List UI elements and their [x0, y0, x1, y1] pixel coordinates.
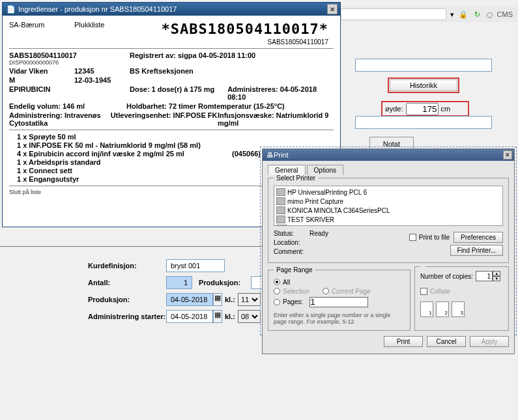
spinner-down-icon[interactable]: ▼ — [493, 276, 500, 281]
antall-input[interactable] — [166, 276, 192, 289]
apply-button: Apply — [470, 336, 509, 347]
preferences-button[interactable]: Preferences — [453, 232, 503, 243]
tab-general[interactable]: General — [268, 165, 306, 175]
kl-label: kl.: — [225, 296, 235, 303]
find-printer-button[interactable]: Find Printer... — [450, 245, 503, 256]
item-txt: 1 x Connect sett — [17, 167, 232, 175]
refresh-icon[interactable]: ↻ — [472, 9, 483, 20]
dose: Dose: 1 dose(r) à 175 mg — [130, 85, 227, 101]
printer-item[interactable]: mimo Print Capture — [276, 197, 394, 205]
historikk-highlight: Historikk — [388, 77, 459, 93]
drug: EPIRUBICIN — [9, 85, 74, 101]
disp-id: DISP00000000076 — [9, 59, 74, 66]
print-to-file-checkbox[interactable]: Print to file — [409, 234, 450, 241]
item-txt: 1 x INF.POSE FK 50 ml - Natriumklorid 9 … — [17, 141, 232, 149]
printer-list[interactable]: HP UniversalPrinting PCL 6 mimo Print Ca… — [274, 186, 503, 226]
infusjon: Infusjonsvæske: Natriumklorid 9 mg/ml — [218, 111, 334, 127]
kl-label-2: kl.: — [225, 313, 235, 320]
dept: BS Kreftseksjonen — [130, 67, 334, 75]
dropdown-icon[interactable]: ▾ — [450, 10, 454, 19]
radio-pages[interactable]: Pages: — [274, 297, 368, 307]
item-txt: 1 x Arbeidspris standard — [17, 158, 232, 166]
kurdefinisjon-input[interactable] — [166, 259, 225, 272]
antall-label: Antall: — [88, 279, 166, 287]
printer-item[interactable]: KONICA MINOLTA C364SeriesPCL — [276, 206, 394, 214]
doc-icon: 📄 — [7, 5, 16, 14]
browser-toolbar: ▾ 🔒 ↻ ◌ CMS — [336, 7, 518, 22]
registrert: Registrert av: sigpa 04-05-2018 11:00 — [130, 51, 334, 66]
cancel-button[interactable]: Cancel — [427, 336, 466, 347]
calendar-icon[interactable]: ▦ — [213, 293, 222, 306]
tab-options[interactable]: Options — [307, 165, 343, 175]
printer-icon — [276, 216, 285, 223]
item-txt: 1 x Sprøyte 50 ml — [17, 133, 232, 141]
printer-icon: 🖶 — [266, 151, 274, 159]
status-label: Status: — [274, 230, 309, 239]
doc-titlebar: 📄 Ingredienser - produksjon nr SABS18050… — [3, 3, 340, 16]
admin-starter-label: Administrering starter: — [88, 313, 166, 320]
pages-hint: Enter either a single page number or a s… — [274, 312, 405, 325]
printer-icon — [276, 188, 285, 196]
prod-hour-select[interactable]: 11 — [238, 293, 261, 306]
admin-hour-select[interactable]: 08 — [238, 310, 261, 323]
hoyde-input[interactable] — [406, 103, 439, 115]
produksjon-n-label: Produksjon: — [199, 279, 251, 287]
print-button[interactable]: Print — [384, 336, 423, 347]
location-label: Location: — [274, 239, 309, 248]
admin-label: Administrering: Intravenøs Cytostatika — [9, 111, 111, 127]
doc-title: Ingredienser - produksjon nr SABS1805041… — [18, 5, 177, 13]
region: SA-Bærum — [9, 21, 74, 37]
select-printer-legend: Select Printer — [274, 175, 318, 182]
copies-label: Number of copies: — [420, 273, 473, 280]
print-title: Print — [274, 151, 289, 159]
hoyde-unit: cm — [441, 105, 451, 113]
close-icon[interactable]: ✕ — [327, 4, 338, 14]
spinner-up-icon[interactable]: ▲ — [493, 271, 500, 276]
page-icon: 1 — [420, 301, 433, 317]
administer: Administreres: 04-05-2018 08:10 — [227, 85, 334, 101]
collate-icons: 1 2 3 — [420, 301, 503, 317]
printer-item-selected[interactable]: Microsoft XPS Document writer (redirecte… — [276, 225, 472, 226]
calendar-icon[interactable]: ▦ — [213, 310, 222, 323]
admin-date-input[interactable] — [166, 310, 213, 323]
kurdefinisjon-label: Kurdefinisjon: — [88, 262, 166, 270]
holdbarhet: Holdbarhet: 72 timer Romtemperatur (15-2… — [126, 102, 285, 110]
utlev: Utleveringsenhet: INF.POSE FK — [111, 111, 218, 127]
page-range-fieldset: Page Range All Selection Current Page Pa… — [268, 266, 410, 331]
select-printer-fieldset: Select Printer HP UniversalPrinting PCL … — [268, 175, 509, 263]
print-dialog: 🖶 Print ✕ General Options Select Printer… — [262, 148, 515, 354]
radio-selection: Selection — [274, 288, 309, 295]
barcode: *SABS180504110017* — [130, 21, 334, 37]
barcode-sub: SABS180504110017 — [9, 38, 334, 46]
url-field[interactable] — [341, 8, 446, 20]
radio-all[interactable]: All — [274, 279, 290, 286]
bg-field-2[interactable] — [355, 116, 492, 129]
printer-icon — [276, 197, 285, 205]
hoyde-highlight: øyde: cm — [381, 101, 469, 117]
printer-item[interactable]: TEST SKRIVER — [276, 216, 394, 223]
idnum: 12345 — [74, 67, 130, 75]
dob: 12-03-1945 — [74, 76, 130, 84]
printer-icon — [276, 206, 285, 214]
print-close-icon[interactable]: ✕ — [503, 150, 512, 160]
pages-input[interactable] — [309, 297, 368, 307]
prod-date-input[interactable] — [166, 293, 213, 306]
radio-current-page: Current Page — [323, 288, 370, 295]
copies-spinner[interactable]: ▲▼ — [476, 271, 500, 281]
prod-id: SABS180504110017 — [9, 51, 74, 59]
patient-name: Vidar Viken — [9, 67, 74, 75]
historikk-button[interactable]: Historikk — [390, 79, 457, 91]
lock-icon: 🔒 — [458, 9, 468, 20]
item-txt: 1 x Engangsutstyr — [17, 175, 232, 183]
collate-checkbox: Collate — [420, 288, 450, 295]
copies-fieldset: Number of copies: ▲▼ Collate 1 2 3 — [414, 266, 509, 331]
sex: M — [9, 76, 74, 84]
cms-icon: ◌ — [487, 10, 493, 19]
print-titlebar: 🖶 Print ✕ — [263, 149, 514, 161]
endelig: Endelig volum: 146 ml — [9, 102, 126, 110]
printer-icon — [276, 225, 285, 226]
status-value: Ready — [309, 230, 409, 239]
printer-item[interactable]: HP UniversalPrinting PCL 6 — [276, 188, 394, 196]
comment-label: Comment: — [274, 248, 309, 257]
bg-field-1[interactable] — [355, 59, 492, 72]
